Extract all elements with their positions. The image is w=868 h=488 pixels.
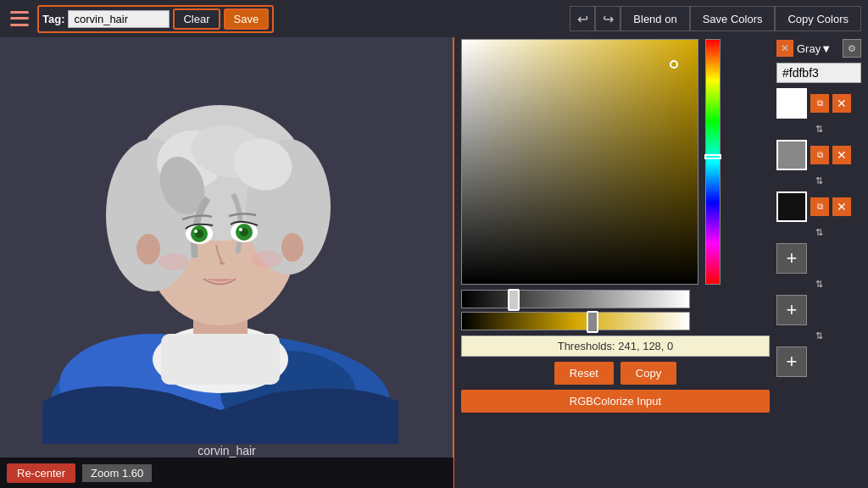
copy-button[interactable]: Copy [620,362,676,385]
hue-indicator [704,154,721,159]
swatch-add-button-1[interactable]: + [776,243,807,274]
canvas-area[interactable]: corvin_hair Re-center Zoom 1.60 [0,37,453,488]
color-settings-button[interactable]: ⚙ [843,39,861,58]
swatch-copy-black[interactable]: ⧉ [810,197,829,216]
color-picker-content: Thresholds: 241, 128, 0 Reset Copy RGBCo… [454,32,868,451]
swatch-color-gray [776,140,807,170]
copy-colors-button[interactable]: Copy Colors [775,6,861,31]
save-colors-button[interactable]: Save Colors [690,6,776,31]
swatch-move-white[interactable]: ⇅ [776,124,861,135]
swatch-delete-white[interactable]: ✕ [832,94,851,113]
zoom-display: Zoom 1.60 [82,464,152,482]
svg-point-17 [281,233,303,262]
svg-point-26 [159,253,189,270]
gradient-background [462,40,698,284]
hue-bar[interactable] [705,39,721,285]
swatch-spacer-2: ⇅ [776,330,861,341]
color-name-x-button[interactable]: ✕ [776,40,793,57]
main-thumb [587,311,598,333]
tag-group: Tag: Clear Save [37,5,274,33]
opacity-thumb [508,289,520,311]
character-svg [42,37,398,444]
swatch-delete-gray[interactable]: ✕ [832,146,851,164]
clear-button[interactable]: Clear [173,8,220,30]
swatch-delete-black[interactable]: ✕ [832,197,851,216]
sliders-area [461,290,770,330]
swatch-add-button-3[interactable]: + [776,347,807,377]
svg-point-21 [194,230,198,233]
threshold-display: Thresholds: 241, 128, 0 [461,336,770,357]
tag-label: Tag: [42,13,64,25]
swatch-color-white [776,88,807,119]
swatch-copy-gray[interactable]: ⧉ [810,146,829,164]
action-buttons: Reset Copy [461,362,770,385]
tag-input[interactable] [68,10,170,28]
redo-button[interactable]: ↪ [595,6,620,31]
swatch-row-white: ⧉ ✕ [776,88,861,119]
swatch-copy-white[interactable]: ⧉ [810,94,829,113]
swatch-row-black: ⧉ ✕ [776,191,861,222]
top-right-actions: ↩ ↪ Blend on Save Colors Copy Colors [570,6,861,31]
reset-button[interactable]: Reset [554,362,614,385]
opacity-slider-wrap [461,290,770,308]
character-name-label: corvin_hair [198,444,255,458]
bottom-bar: Re-center Zoom 1.60 [0,458,453,488]
blend-on-button[interactable]: Blend on [620,6,689,31]
picker-right: ✕ Gray▼ ⚙ ⧉ ✕ ⇅ ⧉ ✕ ⇅ ⧉ [776,39,861,444]
swatch-row-gray: ⧉ ✕ [776,140,861,170]
svg-point-27 [252,251,282,268]
svg-point-25 [239,228,242,231]
main-slider-wrap [461,312,770,330]
gradient-area[interactable] [461,39,698,285]
swatch-move-gray[interactable]: ⇅ [776,175,861,186]
recenter-button[interactable]: Re-center [7,463,75,483]
top-bar: Tag: Clear Save ↩ ↪ Blend on Save Colors… [0,0,868,37]
save-button[interactable]: Save [224,8,270,30]
svg-rect-5 [161,334,280,385]
swatch-add-button-2[interactable]: + [776,295,807,325]
color-name-label: Gray▼ [797,42,839,55]
hex-input[interactable] [776,63,861,83]
main-slider[interactable] [461,312,690,330]
opacity-slider[interactable] [461,290,690,308]
swatch-color-black [776,191,807,222]
picker-left: Thresholds: 241, 128, 0 Reset Copy RGBCo… [461,39,770,444]
right-panel: Color Picker Swatches Layers (Drag to mo… [453,0,868,488]
swatch-move-black[interactable]: ⇅ [776,227,861,238]
character-image [0,37,453,488]
hamburger-menu[interactable] [7,6,32,31]
picker-main-row [461,39,770,285]
rgb-colorize-button[interactable]: RGBColorize Input [461,390,770,413]
svg-point-16 [136,234,160,264]
color-name-row: ✕ Gray▼ ⚙ [776,39,861,58]
undo-button[interactable]: ↩ [570,6,595,31]
swatch-spacer: ⇅ [776,279,861,290]
